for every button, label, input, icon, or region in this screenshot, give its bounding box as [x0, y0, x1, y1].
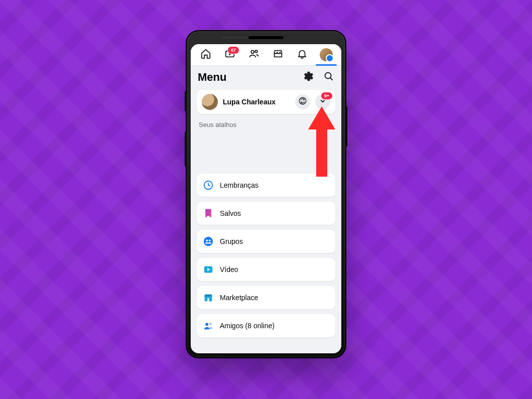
profile-name: Lupa Charleaux: [223, 98, 290, 106]
store-icon: [203, 292, 214, 303]
shortcuts-label: Seus atalhos: [191, 119, 341, 130]
menu-item-friends[interactable]: Amigos (8 online): [197, 314, 335, 337]
gear-icon: [303, 75, 314, 83]
search-icon: [323, 75, 334, 83]
menu-item-label: Vídeo: [220, 265, 238, 274]
avatar-icon: [320, 48, 333, 61]
phone-side-button: [185, 91, 187, 111]
svg-rect-11: [207, 298, 209, 301]
menu-item-label: Lembranças: [220, 181, 258, 189]
tab-home[interactable]: [197, 46, 214, 63]
clock-icon: [203, 180, 214, 191]
tab-marketplace[interactable]: [270, 46, 287, 63]
tab-friends[interactable]: [245, 46, 262, 63]
page-title: Menu: [198, 71, 226, 84]
svg-point-8: [206, 239, 208, 241]
svg-point-7: [204, 237, 213, 246]
menu-item-label: Salvos: [220, 209, 241, 217]
search-button[interactable]: [323, 71, 334, 84]
phone-screen: 67: [191, 44, 341, 353]
watch-badge: 67: [227, 46, 239, 54]
svg-point-13: [209, 323, 211, 325]
switch-account-icon: [298, 96, 307, 107]
menu-list: Lembranças Salvos Grupos: [191, 174, 341, 343]
tab-notifications[interactable]: [294, 46, 311, 63]
marketplace-icon: [273, 48, 284, 61]
menu-header: Menu: [191, 66, 341, 88]
menu-item-label: Grupos: [220, 237, 243, 245]
bookmark-icon: [203, 208, 214, 219]
profile-expand-button[interactable]: 9+: [315, 94, 330, 109]
svg-point-3: [325, 73, 331, 79]
settings-button[interactable]: [303, 71, 314, 84]
profile-switch-button[interactable]: [295, 94, 310, 109]
bell-icon: [297, 48, 308, 61]
menu-item-label: Marketplace: [220, 294, 258, 302]
svg-point-2: [255, 50, 257, 53]
shortcuts-area: [191, 130, 341, 174]
top-nav: 67: [191, 44, 341, 66]
svg-point-9: [209, 239, 211, 241]
profile-avatar: [202, 94, 218, 110]
tab-menu[interactable]: [318, 46, 335, 63]
menu-item-memories[interactable]: Lembranças: [197, 174, 335, 197]
home-icon: [200, 48, 211, 61]
people-icon: [203, 320, 214, 331]
menu-item-marketplace[interactable]: Marketplace: [197, 286, 335, 309]
friends-icon: [248, 48, 259, 61]
header-actions: [303, 71, 334, 84]
profile-expand-badge: 9+: [321, 92, 333, 100]
menu-item-label: Amigos (8 online): [220, 322, 275, 330]
svg-point-12: [205, 323, 208, 326]
phone-frame: 67: [186, 30, 346, 358]
svg-line-4: [330, 78, 333, 80]
phone-side-button: [345, 106, 347, 147]
menu-item-saved[interactable]: Salvos: [197, 202, 335, 225]
groups-icon: [203, 236, 214, 247]
profile-card[interactable]: Lupa Charleaux 9+: [197, 90, 335, 114]
svg-point-1: [251, 50, 254, 53]
menu-item-video[interactable]: Vídeo: [197, 258, 335, 281]
video-icon: [203, 264, 214, 275]
phone-side-button: [185, 131, 187, 167]
menu-item-groups[interactable]: Grupos: [197, 230, 335, 253]
tab-watch[interactable]: 67: [221, 46, 238, 63]
